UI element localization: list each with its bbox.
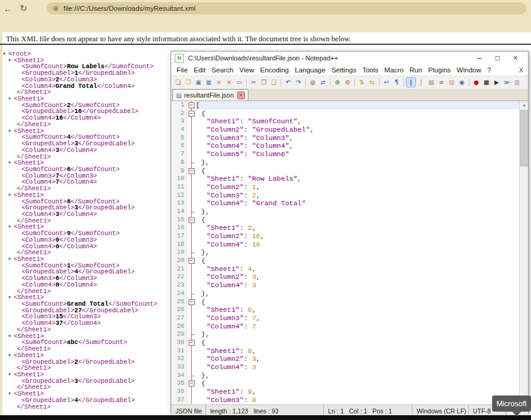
fold-margin[interactable] — [187, 175, 196, 183]
close-file-icon[interactable]: × — [214, 78, 223, 87]
fold-margin[interactable] — [187, 388, 196, 396]
menu-language[interactable]: Language — [292, 66, 328, 74]
editor-line[interactable]: 19}, — [171, 248, 519, 257]
fold-margin[interactable] — [187, 265, 196, 273]
editor-line[interactable]: 5"Column3": "Column3", — [171, 134, 519, 142]
menu-edit[interactable]: Edit — [191, 66, 209, 74]
save-macro-icon[interactable]: ▥ — [512, 78, 521, 87]
scrollbar-thumb[interactable] — [520, 110, 528, 166]
editor-line[interactable]: 25{ — [171, 298, 519, 306]
fold-margin[interactable] — [187, 101, 196, 109]
fold-margin[interactable] — [187, 330, 196, 339]
collapse-arrow-icon[interactable]: ▼ — [8, 96, 14, 102]
copy-icon[interactable]: ❐ — [259, 78, 268, 87]
paste-icon[interactable]: ❑ — [269, 78, 278, 87]
fold-margin[interactable] — [187, 379, 196, 388]
fold-collapse-icon[interactable] — [189, 168, 195, 174]
editor-line[interactable]: 12"Column3": 2, — [171, 191, 519, 200]
fold-margin[interactable] — [187, 363, 196, 372]
editor-line[interactable]: 28"Column4": 7 — [171, 322, 519, 331]
editor-line[interactable]: 6"Column4": "Column4", — [171, 142, 519, 150]
menu-file[interactable]: File — [174, 66, 191, 74]
fold-margin[interactable] — [187, 257, 196, 265]
collapse-arrow-icon[interactable]: ▼ — [8, 333, 14, 340]
fold-margin[interactable] — [187, 281, 196, 290]
editor-line[interactable]: 4"Column2": "GroupedLabel", — [171, 126, 519, 134]
save-all-icon[interactable]: ▦ — [204, 78, 213, 87]
fold-margin[interactable] — [187, 347, 196, 355]
run-macro-multiple-icon[interactable]: ≫ — [502, 78, 511, 87]
editor-line[interactable]: 31"Sheet1": 8, — [171, 347, 519, 355]
collapse-arrow-icon[interactable]: ▼ — [3, 51, 8, 57]
fold-margin[interactable] — [187, 167, 196, 175]
close-all-icon[interactable]: × — [224, 78, 233, 87]
menu-plugins[interactable]: Plugins — [425, 66, 454, 74]
menu-search[interactable]: Search — [208, 66, 236, 74]
fold-margin[interactable] — [187, 199, 196, 208]
folder-workspace-icon[interactable]: ▨ — [447, 78, 456, 87]
fold-margin[interactable] — [187, 339, 196, 347]
fold-margin[interactable] — [187, 183, 196, 191]
fold-margin[interactable] — [187, 396, 196, 404]
collapse-arrow-icon[interactable]: ▼ — [8, 128, 14, 135]
zoom-out-icon[interactable]: ⊖ — [343, 78, 352, 87]
undo-icon[interactable]: ↶ — [284, 78, 293, 87]
sync-vertical-icon[interactable]: ⇅ — [357, 78, 366, 87]
collapse-arrow-icon[interactable]: ▼ — [8, 57, 14, 64]
editor-line[interactable]: 29}, — [171, 330, 519, 339]
collapse-arrow-icon[interactable]: ▼ — [8, 192, 14, 199]
stop-macro-icon[interactable]: ■ — [482, 78, 491, 87]
editor-line[interactable]: 22"Column2": 3, — [171, 273, 519, 281]
menu-tools[interactable]: Tools — [359, 66, 381, 74]
editor-line[interactable]: 17"Column2": 16, — [171, 232, 519, 241]
editor-line[interactable]: 9{ — [171, 167, 519, 175]
find-icon[interactable]: ◎ — [308, 78, 317, 87]
back-icon[interactable]: ← — [0, 4, 16, 14]
tab-close-icon[interactable]: × — [237, 92, 245, 99]
fold-margin[interactable] — [187, 355, 196, 363]
fold-margin[interactable] — [187, 290, 196, 298]
play-macro-icon[interactable]: ▶ — [492, 78, 501, 87]
url-text[interactable]: file:///C:/Users/Downloads/myResultant.x… — [63, 5, 195, 12]
fold-margin[interactable] — [187, 109, 196, 118]
fold-collapse-icon[interactable] — [189, 111, 195, 117]
doc-list-icon[interactable]: ≡ — [437, 78, 446, 87]
zoom-in-icon[interactable]: ⊕ — [333, 78, 342, 87]
editor-line[interactable]: 36"Sheet1": 9, — [171, 388, 519, 396]
fold-margin[interactable] — [187, 159, 196, 167]
menu-encoding[interactable]: Encoding — [257, 66, 292, 74]
editor-line[interactable]: 21"Sheet1": 4, — [171, 265, 519, 273]
refresh-icon[interactable]: ↻ — [16, 3, 31, 14]
fold-margin[interactable] — [187, 273, 196, 281]
editor-line[interactable]: 8}, — [171, 159, 519, 167]
editor-line[interactable]: 11"Column2": 1, — [171, 183, 519, 191]
doc-map-icon[interactable]: ▧ — [427, 78, 436, 87]
sync-horizontal-icon[interactable]: ⇆ — [368, 78, 377, 87]
editor-line[interactable]: 16"Sheet1": 2, — [171, 224, 519, 232]
collapse-arrow-icon[interactable]: ▼ — [8, 391, 14, 397]
editor-line[interactable]: 27"Column3": 7, — [171, 314, 519, 322]
menu-run[interactable]: Run — [406, 66, 425, 74]
document-close-icon[interactable]: X — [519, 66, 528, 74]
address-bar[interactable]: ⊕ file:///C:/Users/Downloads/myResultant… — [47, 2, 526, 14]
indent-guide-icon[interactable]: ∥ — [406, 78, 415, 87]
fold-margin[interactable] — [187, 224, 196, 232]
save-icon[interactable]: ▣ — [194, 78, 203, 87]
fold-collapse-icon[interactable] — [189, 102, 195, 108]
scroll-up-icon[interactable]: ▲ — [520, 101, 528, 109]
maximize-button[interactable]: □ — [488, 54, 506, 62]
editor-line[interactable]: 2{ — [171, 109, 519, 118]
editor-line[interactable]: 37"Column3": 0 — [171, 396, 519, 404]
editor-line[interactable]: 30{ — [171, 339, 519, 347]
fold-collapse-icon[interactable] — [189, 258, 195, 264]
vertical-scrollbar[interactable]: ▲ ▼ — [519, 101, 528, 404]
show-all-chars-icon[interactable]: ¶ — [392, 78, 401, 87]
title-bar[interactable]: N C:\Users\Downloads\resultantFile.json … — [171, 51, 528, 65]
collapse-arrow-icon[interactable]: ▼ — [8, 160, 14, 166]
word-wrap-icon[interactable]: ↩ — [382, 78, 391, 87]
editor-line[interactable]: 23"Column4": 3 — [171, 281, 519, 290]
fold-margin[interactable] — [187, 232, 196, 241]
editor-line[interactable]: 13"Column4": "Grand Total" — [171, 199, 519, 208]
replace-icon[interactable]: ⇄ — [318, 78, 327, 87]
editor-line[interactable]: 24}, — [171, 290, 519, 298]
